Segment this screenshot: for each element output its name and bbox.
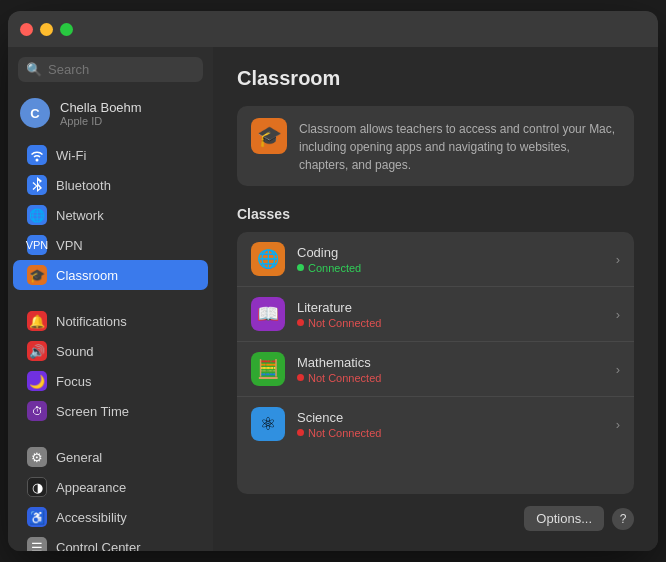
user-info: Chella Boehm Apple ID (60, 100, 142, 127)
traffic-lights (20, 23, 73, 36)
coding-name: Coding (297, 245, 604, 260)
sidebar-item-general[interactable]: ⚙ General (13, 442, 208, 472)
mathematics-info: Mathematics Not Connected (297, 355, 604, 384)
science-name: Science (297, 410, 604, 425)
vpn-icon: VPN (27, 235, 47, 255)
science-status-dot (297, 429, 304, 436)
sidebar-item-accessibility[interactable]: ♿ Accessibility (13, 502, 208, 532)
accessibility-icon: ♿ (27, 507, 47, 527)
sidebar: 🔍 C Chella Boehm Apple ID Wi-Fi (8, 47, 213, 551)
class-item-science[interactable]: ⚛ Science Not Connected › (237, 397, 634, 451)
classroom-app-icon: 🎓 (251, 118, 287, 154)
class-item-literature[interactable]: 📖 Literature Not Connected › (237, 287, 634, 342)
literature-icon: 📖 (251, 297, 285, 331)
avatar: C (20, 98, 50, 128)
mathematics-icon: 🧮 (251, 352, 285, 386)
literature-name: Literature (297, 300, 604, 315)
literature-info: Literature Not Connected (297, 300, 604, 329)
coding-status: Connected (297, 262, 604, 274)
network-icon: 🌐 (27, 205, 47, 225)
sidebar-item-label: Screen Time (56, 404, 129, 419)
options-button[interactable]: Options... (524, 506, 604, 531)
sidebar-item-label: Bluetooth (56, 178, 111, 193)
science-icon: ⚛ (251, 407, 285, 441)
close-button[interactable] (20, 23, 33, 36)
classroom-icon: 🎓 (27, 265, 47, 285)
literature-status-text: Not Connected (308, 317, 381, 329)
help-button[interactable]: ? (612, 508, 634, 530)
sidebar-item-label: General (56, 450, 102, 465)
coding-info: Coding Connected (297, 245, 604, 274)
sidebar-item-notifications[interactable]: 🔔 Notifications (13, 306, 208, 336)
mathematics-name: Mathematics (297, 355, 604, 370)
user-subtitle: Apple ID (60, 115, 142, 127)
chevron-right-icon: › (616, 307, 620, 322)
search-bar[interactable]: 🔍 (18, 57, 203, 82)
sidebar-section-system1: 🔔 Notifications 🔊 Sound 🌙 Focus ⏱ Screen… (8, 306, 213, 426)
sidebar-item-appearance[interactable]: ◑ Appearance (13, 472, 208, 502)
sidebar-item-label: VPN (56, 238, 83, 253)
science-status-text: Not Connected (308, 427, 381, 439)
sidebar-item-label: Wi-Fi (56, 148, 86, 163)
maximize-button[interactable] (60, 23, 73, 36)
sidebar-section-system2: ⚙ General ◑ Appearance ♿ Accessibility ☰… (8, 442, 213, 551)
mathematics-status-dot (297, 374, 304, 381)
user-name: Chella Boehm (60, 100, 142, 115)
search-input[interactable] (48, 62, 195, 77)
literature-status: Not Connected (297, 317, 604, 329)
bluetooth-icon (27, 175, 47, 195)
info-text: Classroom allows teachers to access and … (299, 118, 620, 174)
search-icon: 🔍 (26, 62, 42, 77)
general-icon: ⚙ (27, 447, 47, 467)
sidebar-item-wifi[interactable]: Wi-Fi (13, 140, 208, 170)
sound-icon: 🔊 (27, 341, 47, 361)
chevron-right-icon: › (616, 362, 620, 377)
sidebar-item-sound[interactable]: 🔊 Sound (13, 336, 208, 366)
page-title: Classroom (237, 67, 634, 90)
main-content: Classroom 🎓 Classroom allows teachers to… (213, 47, 658, 551)
info-banner: 🎓 Classroom allows teachers to access an… (237, 106, 634, 186)
settings-window: 🔍 C Chella Boehm Apple ID Wi-Fi (8, 11, 658, 551)
sidebar-item-vpn[interactable]: VPN VPN (13, 230, 208, 260)
literature-status-dot (297, 319, 304, 326)
mathematics-status-text: Not Connected (308, 372, 381, 384)
wifi-icon (27, 145, 47, 165)
classes-list: 🌐 Coding Connected › 📖 Literature (237, 232, 634, 494)
sidebar-item-focus[interactable]: 🌙 Focus (13, 366, 208, 396)
coding-status-dot (297, 264, 304, 271)
sidebar-section-network: Wi-Fi Bluetooth 🌐 Network VPN VP (8, 140, 213, 290)
bottom-bar: Options... ? (237, 494, 634, 531)
sidebar-item-label: Focus (56, 374, 91, 389)
sidebar-item-label: Appearance (56, 480, 126, 495)
user-section[interactable]: C Chella Boehm Apple ID (8, 90, 213, 140)
appearance-icon: ◑ (27, 477, 47, 497)
chevron-right-icon: › (616, 252, 620, 267)
science-info: Science Not Connected (297, 410, 604, 439)
sidebar-item-controlcenter[interactable]: ☰ Control Center (13, 532, 208, 551)
main-layout: 🔍 C Chella Boehm Apple ID Wi-Fi (8, 47, 658, 551)
mathematics-status: Not Connected (297, 372, 604, 384)
screentime-icon: ⏱ (27, 401, 47, 421)
sidebar-item-network[interactable]: 🌐 Network (13, 200, 208, 230)
sidebar-item-label: Network (56, 208, 104, 223)
class-item-coding[interactable]: 🌐 Coding Connected › (237, 232, 634, 287)
sidebar-item-screentime[interactable]: ⏱ Screen Time (13, 396, 208, 426)
minimize-button[interactable] (40, 23, 53, 36)
sidebar-item-bluetooth[interactable]: Bluetooth (13, 170, 208, 200)
sidebar-item-label: Notifications (56, 314, 127, 329)
focus-icon: 🌙 (27, 371, 47, 391)
classes-section-title: Classes (237, 206, 634, 222)
sidebar-item-label: Sound (56, 344, 94, 359)
sidebar-item-label: Control Center (56, 540, 141, 552)
class-item-mathematics[interactable]: 🧮 Mathematics Not Connected › (237, 342, 634, 397)
science-status: Not Connected (297, 427, 604, 439)
notifications-icon: 🔔 (27, 311, 47, 331)
sidebar-item-label: Accessibility (56, 510, 127, 525)
controlcenter-icon: ☰ (27, 537, 47, 551)
titlebar (8, 11, 658, 47)
chevron-right-icon: › (616, 417, 620, 432)
coding-icon: 🌐 (251, 242, 285, 276)
coding-status-text: Connected (308, 262, 361, 274)
sidebar-item-label: Classroom (56, 268, 118, 283)
sidebar-item-classroom[interactable]: 🎓 Classroom (13, 260, 208, 290)
